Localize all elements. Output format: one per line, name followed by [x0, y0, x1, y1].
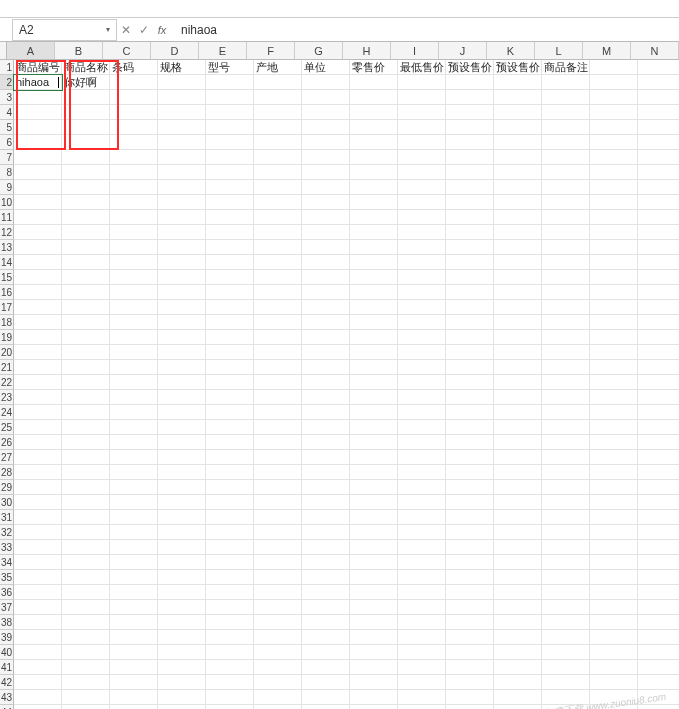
cell[interactable] [206, 405, 254, 420]
cell[interactable] [494, 420, 542, 435]
cell[interactable] [62, 180, 110, 195]
row-header[interactable]: 11 [0, 210, 14, 225]
cell[interactable] [110, 540, 158, 555]
confirm-icon[interactable]: ✓ [135, 19, 153, 41]
cell[interactable] [542, 600, 590, 615]
cell[interactable] [206, 225, 254, 240]
cell[interactable] [110, 270, 158, 285]
cell[interactable] [446, 255, 494, 270]
cell[interactable] [62, 450, 110, 465]
cell[interactable] [206, 675, 254, 690]
cell[interactable] [638, 525, 679, 540]
cell[interactable] [350, 300, 398, 315]
cell[interactable] [110, 480, 158, 495]
cell[interactable] [110, 120, 158, 135]
cell[interactable] [254, 645, 302, 660]
cell[interactable] [494, 480, 542, 495]
cell[interactable] [110, 420, 158, 435]
cell[interactable] [62, 495, 110, 510]
cell[interactable] [158, 405, 206, 420]
cell[interactable] [254, 210, 302, 225]
cell[interactable] [206, 510, 254, 525]
cell[interactable] [494, 195, 542, 210]
cell[interactable] [638, 315, 679, 330]
cell[interactable] [398, 420, 446, 435]
cell[interactable] [302, 405, 350, 420]
cell[interactable] [62, 135, 110, 150]
cell[interactable] [494, 180, 542, 195]
column-header[interactable]: A [7, 42, 55, 59]
cell[interactable] [110, 660, 158, 675]
cell[interactable] [446, 285, 494, 300]
cell[interactable] [590, 480, 638, 495]
cell[interactable] [446, 210, 494, 225]
cell[interactable] [206, 285, 254, 300]
cell[interactable] [398, 645, 446, 660]
cell[interactable] [206, 645, 254, 660]
cell[interactable] [302, 705, 350, 709]
row-header[interactable]: 14 [0, 255, 14, 270]
cell[interactable] [254, 285, 302, 300]
row-header[interactable]: 5 [0, 120, 14, 135]
row-header[interactable]: 24 [0, 405, 14, 420]
row-header[interactable]: 43 [0, 690, 14, 705]
cell[interactable] [350, 75, 398, 90]
cell[interactable] [14, 240, 62, 255]
cell[interactable] [398, 630, 446, 645]
cell[interactable] [302, 435, 350, 450]
cell[interactable] [110, 75, 158, 90]
cell[interactable] [158, 555, 206, 570]
cell[interactable] [62, 270, 110, 285]
row-header[interactable]: 12 [0, 225, 14, 240]
cell[interactable] [590, 90, 638, 105]
row-header[interactable]: 44 [0, 705, 14, 709]
cell[interactable] [14, 390, 62, 405]
cell[interactable] [302, 690, 350, 705]
cell[interactable] [350, 690, 398, 705]
cell[interactable] [590, 435, 638, 450]
cell[interactable] [206, 255, 254, 270]
cell[interactable] [110, 705, 158, 709]
cell[interactable] [590, 135, 638, 150]
cell[interactable] [638, 285, 679, 300]
cell[interactable] [350, 315, 398, 330]
cell[interactable] [62, 540, 110, 555]
row-header[interactable]: 36 [0, 585, 14, 600]
cell[interactable] [350, 345, 398, 360]
cell[interactable] [110, 495, 158, 510]
row-header[interactable]: 19 [0, 330, 14, 345]
cell[interactable] [398, 525, 446, 540]
cell[interactable] [350, 555, 398, 570]
cell[interactable] [590, 420, 638, 435]
cell[interactable] [542, 300, 590, 315]
cell[interactable] [206, 165, 254, 180]
cell[interactable] [638, 210, 679, 225]
cell[interactable] [110, 675, 158, 690]
cell[interactable] [110, 255, 158, 270]
cell[interactable] [62, 555, 110, 570]
cell[interactable] [398, 180, 446, 195]
cell[interactable] [302, 300, 350, 315]
cell[interactable] [254, 180, 302, 195]
cell[interactable] [590, 600, 638, 615]
cell[interactable] [398, 75, 446, 90]
cell[interactable] [638, 60, 679, 75]
cell[interactable] [254, 165, 302, 180]
cell[interactable] [62, 705, 110, 709]
column-header[interactable]: D [151, 42, 199, 59]
cell[interactable] [254, 570, 302, 585]
cell[interactable] [350, 150, 398, 165]
cell[interactable] [254, 390, 302, 405]
cell[interactable] [446, 225, 494, 240]
cell[interactable] [494, 660, 542, 675]
cell[interactable] [638, 450, 679, 465]
cell[interactable] [158, 345, 206, 360]
cell[interactable] [398, 255, 446, 270]
cell[interactable] [590, 405, 638, 420]
cell[interactable] [638, 375, 679, 390]
cell[interactable] [494, 645, 542, 660]
cell[interactable] [350, 405, 398, 420]
cell[interactable] [350, 660, 398, 675]
cell[interactable] [590, 630, 638, 645]
cell[interactable] [638, 120, 679, 135]
